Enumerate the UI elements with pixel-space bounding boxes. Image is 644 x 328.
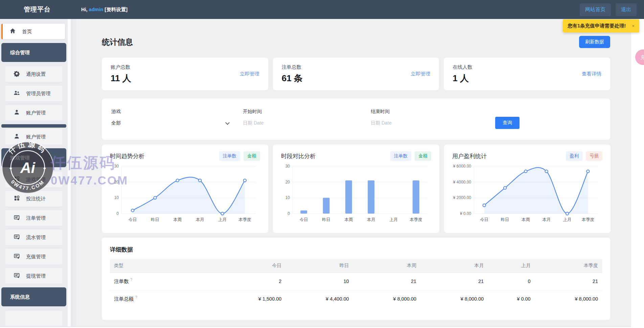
sidebar-collapsed-section-bar xyxy=(1,124,66,128)
svg-text:0: 0 xyxy=(116,211,119,216)
sidebar-item-recharge-management[interactable]: 充值管理 xyxy=(5,249,62,264)
stat-card-order-total: 注单总数61 条立即管理 xyxy=(273,58,439,90)
search-button[interactable]: 查询 xyxy=(495,117,520,129)
sidebar-item-label: 账户管理 xyxy=(26,134,46,140)
sidebar-scrollbar[interactable] xyxy=(68,19,71,328)
svg-text:本周: 本周 xyxy=(173,217,182,222)
trend-chart-title: 时间趋势分析 xyxy=(110,152,144,160)
sidebar-item-label: 流水管理 xyxy=(26,234,46,241)
order-count-badge[interactable]: 注单数 xyxy=(219,151,240,161)
amount-badge[interactable]: 金额 xyxy=(415,151,431,161)
table-cell: ¥ 4,400.00 xyxy=(285,290,353,308)
svg-text:今日: 今日 xyxy=(480,217,488,222)
stats-row: 账户总数11 人立即管理注单总数61 条立即管理在线人数1 人查看详情 xyxy=(102,58,610,90)
svg-text:10: 10 xyxy=(285,195,290,200)
sidebar-item-label: 充值管理 xyxy=(26,254,46,260)
bottom-divider xyxy=(0,327,644,328)
sidebar-item-account-management-2[interactable]: 账户管理 xyxy=(5,129,62,145)
stat-card-account-total: 账户总数11 人立即管理 xyxy=(102,58,268,90)
toast-message: 您有1条充值申请需要处理! xyxy=(568,23,626,29)
stat-link-order-total[interactable]: 立即管理 xyxy=(411,71,430,77)
svg-text:0: 0 xyxy=(288,211,290,216)
table-cell: ¥ 8,000.00 xyxy=(353,290,420,308)
svg-text:20: 20 xyxy=(114,180,119,184)
trend-chart-card: 时间趋势分析注单数金额0102030今日昨日本周本月上月本季度 xyxy=(102,145,268,233)
table-cell: ¥ 8,000.00 xyxy=(535,290,602,308)
sidebar-item-home[interactable]: 首页 xyxy=(1,24,65,39)
sidebar-item-bet-statistics[interactable]: 投注统计 xyxy=(5,191,62,206)
compare-chart-plot: 0102030今日昨日本周本月上月本季度 xyxy=(281,163,431,224)
end-time-label: 结束时间 xyxy=(371,109,482,115)
sidebar-section-general-management: 综合管理 xyxy=(1,43,66,62)
report-icon xyxy=(14,272,20,280)
game-label: 游戏 xyxy=(111,109,243,115)
table-column-header: 本周 xyxy=(353,259,420,272)
sidebar-item-account-management[interactable]: 账户管理 xyxy=(5,105,62,121)
right-scrollbar-strip[interactable] xyxy=(631,19,644,328)
help-icon[interactable]: ? xyxy=(131,278,133,282)
table-column-header: 本月 xyxy=(420,259,488,272)
refresh-data-button[interactable]: 刷新数据 xyxy=(579,36,610,48)
table-cell: ¥ 8,000.00 xyxy=(420,290,488,308)
loss-badge[interactable]: 亏损 xyxy=(586,151,602,161)
svg-text:10: 10 xyxy=(114,195,119,200)
sidebar-item-withdraw-management[interactable]: 提现管理 xyxy=(5,268,62,284)
help-icon[interactable]: ? xyxy=(135,296,137,299)
svg-text:¥ 2000.00: ¥ 2000.00 xyxy=(453,195,472,200)
logout-button[interactable]: 退出 xyxy=(616,3,637,16)
svg-text:本周: 本周 xyxy=(344,217,353,222)
sidebar-item-game-management[interactable]: 游戏管理 xyxy=(5,172,62,187)
table-column-header: 昨日 xyxy=(285,259,353,272)
detail-table-card: 详细数据 类型今日昨日本周本月上月本季度 注单数?2102121021注单总额?… xyxy=(102,238,610,320)
detail-table: 类型今日昨日本周本月上月本季度 注单数?2102121021注单总额?¥ 1,5… xyxy=(110,259,602,308)
svg-text:¥ 4000.00: ¥ 4000.00 xyxy=(453,180,472,184)
user-icon xyxy=(14,109,20,116)
svg-text:本季度: 本季度 xyxy=(238,217,251,222)
sidebar-item-label: 通用设置 xyxy=(26,71,46,78)
sidebar-item-order-management[interactable]: 注单管理 xyxy=(5,210,62,226)
site-home-button[interactable]: 网站首页 xyxy=(580,3,611,16)
sidebar-item-admin-management[interactable]: 管理员管理 xyxy=(5,86,62,101)
svg-text:20: 20 xyxy=(285,180,290,184)
table-cell: 21 xyxy=(535,272,602,290)
report-icon xyxy=(14,234,20,241)
end-date-input[interactable] xyxy=(371,120,445,126)
table-cell: ¥ 0.00 xyxy=(488,290,535,308)
username[interactable]: admin xyxy=(89,7,104,12)
table-row: 注单数?2102121021 xyxy=(110,272,602,290)
svg-text:本周: 本周 xyxy=(522,217,530,222)
gear-icon xyxy=(14,70,20,78)
svg-text:30: 30 xyxy=(285,164,290,169)
sidebar-item-flow-management[interactable]: 流水管理 xyxy=(5,229,62,245)
sidebar-item-label: 游戏管理 xyxy=(26,176,46,183)
profile-settings-link[interactable]: [资料设置] xyxy=(105,7,128,12)
close-icon[interactable]: × xyxy=(632,23,635,28)
stat-value: 61 条 xyxy=(282,72,303,84)
report-icon xyxy=(14,253,20,260)
charts-row: 时间趋势分析注单数金额0102030今日昨日本周本月上月本季度时段对比分析注单数… xyxy=(102,145,610,233)
greeting-prefix: Hi, xyxy=(81,7,88,12)
order-count-badge[interactable]: 注单数 xyxy=(390,151,412,161)
amount-badge[interactable]: 金额 xyxy=(244,151,260,161)
stat-card-online-count: 在线人数1 人查看详情 xyxy=(444,58,610,90)
svg-text:今日: 今日 xyxy=(300,217,308,222)
game-select[interactable]: 全部 xyxy=(111,120,229,126)
greeting: Hi, admin [资料设置] xyxy=(81,6,128,13)
table-cell: 0 xyxy=(488,272,535,290)
stat-link-account-total[interactable]: 立即管理 xyxy=(240,71,259,77)
main-content: 统计信息 刷新数据 账户总数11 人立即管理注单总数61 条立即管理在线人数1 … xyxy=(76,19,644,328)
stat-link-online-count[interactable]: 查看详情 xyxy=(582,71,601,77)
table-column-header: 上月 xyxy=(488,259,535,272)
sidebar-item-label: 首页 xyxy=(22,28,32,35)
row-label: 注单总额? xyxy=(110,290,218,308)
selected-game-value: 全部 xyxy=(111,120,121,126)
profit-badge[interactable]: 盈利 xyxy=(566,151,582,161)
trend-chart-plot: 0102030今日昨日本周本月上月本季度 xyxy=(110,163,260,224)
start-date-input[interactable] xyxy=(243,120,317,126)
sidebar-section-system-info: 系统信息 xyxy=(1,287,66,306)
svg-text:昨日: 昨日 xyxy=(322,217,330,222)
table-cell: 21 xyxy=(420,272,488,290)
table-cell: 10 xyxy=(285,272,353,290)
stat-label: 在线人数 xyxy=(453,64,472,70)
sidebar-item-general-settings[interactable]: 通用设置 xyxy=(5,66,62,82)
